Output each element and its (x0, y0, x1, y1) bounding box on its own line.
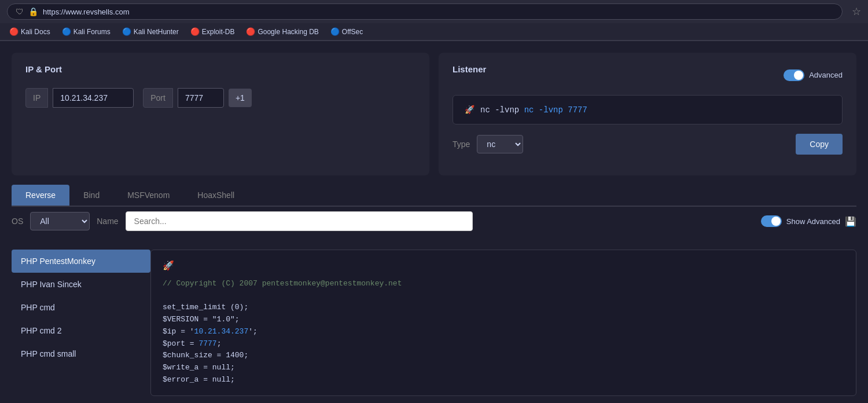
bookmark-google-hacking-db[interactable]: 🔴 Google Hacking DB (241, 25, 323, 38)
code-panel: 🚀 // Copyright (C) 2007 pentestmonkey@pe… (150, 250, 856, 396)
kali-docs-label: Kali Docs (21, 28, 50, 36)
code-rocket-icon: 🚀 (163, 259, 174, 274)
filter-controls: OS All Linux Windows Mac Name Show Advan… (12, 207, 856, 236)
code-line-ip: $ip = '10.21.34.237'; (163, 326, 844, 338)
browser-chrome: 🛡 🔒 https://www.revshells.com ☆ 🔴 Kali D… (0, 0, 868, 41)
exploit-db-icon: 🔴 (190, 27, 200, 36)
shield-icon: 🛡 (16, 7, 24, 16)
star-icon[interactable]: ☆ (852, 5, 861, 18)
listener-command-text: nc -lvnp nc -lvnp 7777 (480, 105, 587, 115)
save-icon[interactable]: 💾 (845, 216, 856, 227)
copy-button[interactable]: Copy (796, 134, 843, 155)
ip-input-group: IP (25, 88, 134, 108)
address-bar[interactable]: 🛡 🔒 https://www.revshells.com (7, 3, 843, 20)
listener-rocket-icon: 🚀 (465, 105, 475, 115)
lock-icon: 🔒 (28, 7, 38, 16)
top-panels: IP & Port IP Port +1 Listener Advance (12, 53, 856, 175)
sidebar-item-php-cmd-small[interactable]: PHP cmd small (12, 342, 150, 365)
ip-input[interactable] (53, 88, 134, 108)
bookmark-exploit-db[interactable]: 🔴 Exploit-DB (186, 25, 240, 38)
bookmark-kali-docs[interactable]: 🔴 Kali Docs (5, 25, 55, 38)
code-line-version: $VERSION = "1.0"; (163, 314, 844, 326)
main-content: IP & Port IP Port +1 Listener Advance (0, 41, 868, 403)
offsec-icon: 🔵 (330, 27, 340, 36)
advanced-label: Advanced (809, 71, 843, 79)
show-advanced-label: Show Advanced (786, 217, 840, 226)
code-line-blank (163, 290, 844, 302)
port-input-group: Port +1 (143, 88, 252, 108)
show-advanced-toggle[interactable] (761, 215, 782, 227)
kali-nethunter-label: Kali NetHunter (134, 28, 179, 36)
ip-port-row: IP Port +1 (25, 88, 415, 108)
type-label: Type (453, 140, 470, 149)
exploit-db-label: Exploit-DB (202, 28, 235, 36)
code-line-set-time: set_time_limit (0); (163, 302, 844, 314)
content-area: PHP PentestMonkey PHP Ivan Sincek PHP cm… (12, 250, 856, 396)
advanced-toggle-row: Advanced (784, 69, 843, 81)
plus-one-button[interactable]: +1 (229, 89, 252, 107)
code-port-value: 7777 (198, 339, 216, 348)
search-input[interactable] (126, 211, 473, 231)
code-line-chunk: $chunk_size = 1400; (163, 350, 844, 362)
show-advanced-row: Show Advanced 💾 (761, 215, 856, 227)
kali-forums-icon: 🔵 (62, 27, 71, 36)
code-ip-value: 10.21.34.237 (194, 327, 249, 336)
google-hacking-db-label: Google Hacking DB (258, 28, 318, 36)
bookmarks-bar: 🔴 Kali Docs 🔵 Kali Forums 🔵 Kali NetHunt… (0, 23, 868, 41)
name-label: Name (97, 217, 118, 226)
tab-msfvenom[interactable]: MSFVenom (113, 185, 183, 206)
tab-reverse[interactable]: Reverse (12, 185, 69, 206)
listener-panel: Listener Advanced 🚀 nc -lvnp nc -lvnp 77… (439, 53, 856, 175)
listener-code-box: 🚀 nc -lvnp nc -lvnp 7777 (453, 95, 843, 124)
advanced-toggle[interactable] (784, 69, 804, 81)
code-line-error: $error_a = null; (163, 374, 844, 386)
sidebar-item-php-pentestmonkey[interactable]: PHP PentestMonkey (12, 250, 150, 273)
bookmark-offsec[interactable]: 🔵 OffSec (326, 25, 367, 38)
kali-nethunter-icon: 🔵 (122, 27, 131, 36)
tab-hoaxshell[interactable]: HoaxShell (183, 185, 248, 206)
tabs-row: Reverse Bind MSFVenom HoaxShell (12, 185, 856, 207)
sidebar-item-php-cmd2[interactable]: PHP cmd 2 (12, 319, 150, 342)
listener-title: Listener (453, 64, 486, 74)
os-label: OS (12, 217, 23, 226)
kali-docs-icon: 🔴 (9, 27, 19, 36)
google-hacking-db-icon: 🔴 (246, 27, 255, 36)
code-line-port: $port = 7777; (163, 338, 844, 350)
ip-label: IP (25, 88, 48, 108)
sidebar-item-php-ivan-sincek[interactable]: PHP Ivan Sincek (12, 273, 150, 296)
sidebar-list: PHP PentestMonkey PHP Ivan Sincek PHP cm… (12, 250, 150, 396)
sidebar-item-php-cmd[interactable]: PHP cmd (12, 296, 150, 319)
type-select[interactable]: nc ncat socat (477, 135, 523, 153)
listener-header: Listener Advanced (453, 64, 843, 86)
bookmark-kali-forums[interactable]: 🔵 Kali Forums (57, 25, 115, 38)
code-line-comment: // Copyright (C) 2007 pentestmonkey@pent… (163, 278, 844, 290)
type-row: Type nc ncat socat Copy (453, 134, 843, 155)
address-bar-row: 🛡 🔒 https://www.revshells.com ☆ (0, 0, 868, 23)
bookmark-kali-nethunter[interactable]: 🔵 Kali NetHunter (117, 25, 183, 38)
tab-bind[interactable]: Bind (69, 185, 113, 206)
port-label: Port (143, 88, 173, 108)
code-line-write: $write_a = null; (163, 362, 844, 374)
kali-forums-label: Kali Forums (73, 28, 111, 36)
listener-port-value: nc -lvnp 7777 (524, 105, 587, 115)
port-input[interactable] (178, 88, 224, 108)
ip-port-title: IP & Port (25, 64, 415, 74)
ip-port-panel: IP & Port IP Port +1 (12, 53, 429, 175)
url-text: https://www.revshells.com (43, 8, 130, 16)
os-select[interactable]: All Linux Windows Mac (30, 212, 90, 230)
offsec-label: OffSec (342, 28, 363, 36)
tabs-and-filter: Reverse Bind MSFVenom HoaxShell OS All L… (12, 185, 856, 240)
